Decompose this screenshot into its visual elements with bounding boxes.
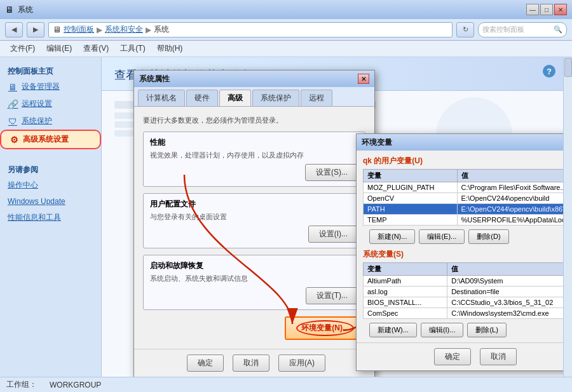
search-box[interactable]: 搜索控制面板 🔍 [478,22,567,37]
breadcrumb-part2[interactable]: 系统和安全 [105,24,143,35]
status-label: 工作组： [6,379,37,390]
maximize-button[interactable]: □ [540,4,553,15]
sidebar-item-device-manager[interactable]: 🖥 设备管理器 [0,78,101,95]
sidebar-item-label-sysprotect: 系统保护 [22,116,52,126]
sys-props-close-button[interactable]: ✕ [358,74,369,84]
close-button[interactable]: ✕ [554,4,567,15]
forward-button[interactable]: ▶ [27,22,44,37]
status-bar: 工作组： WORKGROUP [0,377,572,392]
sys-props-cancel-button[interactable]: 取消 [233,355,269,372]
user-profile-group: 用户配置文件 与您登录有关的桌面设置 设置(I)... [143,193,365,248]
sidebar-item-system-protection[interactable]: 🛡 系统保护 [0,112,101,130]
help-icon[interactable]: ? [543,65,555,78]
sidebar-item-label-remote: 远程设置 [22,98,52,109]
breadcrumb: 🖥 控制面板 ▶ 系统和安全 ▶ 系统 [48,22,453,37]
sidebar-ref-perf-label: 性能信息和工具 [8,212,61,223]
startup-title: 启动和故障恢复 [150,260,358,271]
sys-props-ok-button[interactable]: 确定 [187,355,224,372]
sys-props-footer: 确定 取消 应用(A) [134,349,374,377]
breadcrumb-part3: 系统 [154,24,169,35]
startup-settings-button[interactable]: 设置(T)... [306,287,358,304]
sidebar-ref-title: 另请参阅 [0,162,101,177]
remote-icon: 🔗 [8,99,18,109]
address-bar: ◀ ▶ 🖥 控制面板 ▶ 系统和安全 ▶ 系统 ↻ 搜索控制面板 🔍 [0,19,572,41]
title-bar: 🖥 系统 — □ ✕ [0,0,572,19]
breadcrumb-icon: 🖥 [53,25,61,34]
sys-props-body: 要进行大多数更改，您必须作为管理员登录。 性能 视觉效果，处理器计划，内存使用，… [134,107,374,349]
sidebar-ref-perf[interactable]: 性能信息和工具 [0,209,101,226]
sidebar-ref-winupdate-label: Windows Update [8,197,65,206]
env-btn-label: 环境变量(N)... [296,320,354,336]
device-manager-icon: 🖥 [8,82,18,92]
sidebar-item-advanced[interactable]: ⚙ 高级系统设置 [0,130,101,149]
sidebar-item-remote[interactable]: 🔗 远程设置 [0,95,101,112]
breadcrumb-part1[interactable]: 控制面板 [64,24,94,35]
search-icon: 🔍 [554,25,562,34]
sidebar-ref-ops-label: 操作中心 [8,180,38,191]
content-area: 查看有关计算机的基本信息 ? 系统属性 ✕ [102,57,563,377]
user-profile-settings-button[interactable]: 设置(I)... [308,226,358,243]
tab-remote[interactable]: 远程 [301,90,332,106]
user-profile-desc: 与您登录有关的桌面设置 [150,212,358,222]
status-value: WORKGROUP [50,381,101,389]
scrollbar-right[interactable] [563,57,572,377]
back-button[interactable]: ◀ [5,22,23,37]
menu-view[interactable]: 查看(V) [78,41,114,56]
sys-props-apply-button[interactable]: 应用(A) [278,355,325,372]
refresh-button[interactable]: ↻ [456,22,474,37]
sys-props-title-bar: 系统属性 ✕ [134,71,374,87]
tab-sys-protect[interactable]: 系统保护 [252,90,299,106]
sidebar: 控制面板主页 🖥 设备管理器 🔗 远程设置 🛡 系统保护 ⚙ 高级系统设置 另请… [0,57,102,377]
title-bar-buttons: — □ ✕ [526,4,567,15]
perf-group: 性能 视觉效果，处理器计划，内存使用，以及虚拟内存 设置(S)... [143,132,365,187]
sys-props-tabs: 计算机名 硬件 高级 系统保护 远程 [134,87,374,107]
perf-settings-button[interactable]: 设置(S)... [305,164,358,181]
window-title: 系统 [18,4,33,15]
perf-desc: 视觉效果，处理器计划，内存使用，以及虚拟内存 [150,151,358,160]
env-vars-button[interactable]: 环境变量(N)... [285,316,365,340]
sidebar-main-title: 控制面板主页 [0,64,101,78]
sidebar-ref-ops[interactable]: 操作中心 [0,177,101,194]
sys-props-title: 系统属性 [139,74,170,84]
user-profile-title: 用户配置文件 [150,199,358,210]
sidebar-item-label-device: 设备管理器 [22,81,60,92]
title-bar-left: 🖥 系统 [5,4,33,15]
startup-group: 启动和故障恢复 系统启动、系统失败和调试信息 设置(T)... [143,255,365,310]
main-area: 控制面板主页 🖥 设备管理器 🔗 远程设置 🛡 系统保护 ⚙ 高级系统设置 另请… [0,57,572,377]
menu-edit[interactable]: 编辑(E) [41,41,77,56]
main-window: 🖥 系统 — □ ✕ ◀ ▶ 🖥 控制面板 ▶ 系统和安全 ▶ 系统 ↻ 搜索控… [0,0,572,392]
menu-tools[interactable]: 工具(T) [115,41,150,56]
sidebar-item-label-advanced: 高级系统设置 [23,134,69,145]
sidebar-ref-section: 另请参阅 操作中心 Windows Update 性能信息和工具 [0,162,101,226]
startup-desc: 系统启动、系统失败和调试信息 [150,274,358,283]
tab-computer-name[interactable]: 计算机名 [138,90,185,106]
tab-advanced[interactable]: 高级 [219,90,251,106]
minimize-button[interactable]: — [526,4,539,15]
sidebar-ref-windows-update[interactable]: Windows Update [0,194,101,209]
system-protect-icon: 🛡 [8,116,18,126]
advanced-icon: ⚙ [9,135,19,145]
sys-props-dialog[interactable]: 系统属性 ✕ 计算机名 硬件 高级 系统保护 远程 要进行大多数更改，您必须作为… [133,70,375,377]
search-placeholder: 搜索控制面板 [482,25,524,34]
menu-file[interactable]: 文件(F) [5,41,40,56]
menu-help[interactable]: 帮助(H) [152,41,188,56]
sys-props-intro: 要进行大多数更改，您必须作为管理员登录。 [143,116,365,125]
menu-bar: 文件(F) 编辑(E) 查看(V) 工具(T) 帮助(H) [0,41,572,57]
perf-title: 性能 [150,137,358,148]
tab-hardware[interactable]: 硬件 [186,90,218,106]
